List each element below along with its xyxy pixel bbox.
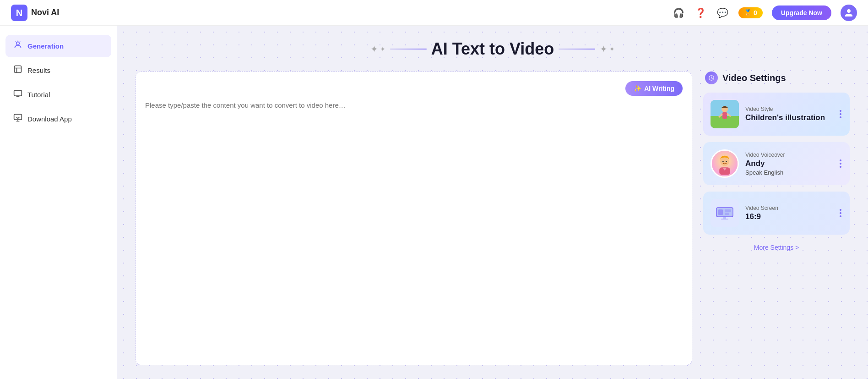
svg-rect-10: [722, 112, 727, 119]
title-line-right: [559, 49, 595, 49]
settings-title: Video Settings: [722, 73, 786, 83]
voice-avatar: [711, 149, 739, 178]
voiceover-label: Video Voiceover: [745, 152, 842, 158]
svg-rect-24: [721, 219, 728, 220]
download-icon: [13, 113, 23, 125]
voiceover-info: Video Voiceover Andy Speak English: [745, 152, 842, 176]
sparkle-icon: ✨: [634, 85, 641, 92]
settings-header: Video Settings: [703, 71, 850, 84]
svg-rect-3: [15, 66, 22, 73]
topbar: N Novi AI 🎧 ❓ 💬 🏅 0 Upgrade Now: [0, 0, 868, 26]
sidebar-label-generation: Generation: [27, 42, 64, 50]
screen-info: Video Screen 16:9: [745, 205, 842, 221]
content-area: ✦✦ AI Text to Video ✦✦ ✨ AI Writing: [117, 26, 868, 379]
three-dots-icon-2: [840, 159, 841, 168]
screen-value: 16:9: [745, 212, 842, 221]
sidebar-item-results[interactable]: Results: [5, 59, 111, 82]
headset-icon[interactable]: 🎧: [673, 6, 685, 19]
screen-more-button[interactable]: [838, 207, 843, 219]
sidebar: Generation Results Tutorial Download App: [0, 26, 117, 379]
settings-panel: Video Settings: [703, 71, 850, 365]
svg-rect-23: [723, 217, 726, 219]
svg-rect-22: [725, 213, 729, 215]
ai-writing-label: AI Writing: [644, 85, 674, 92]
topbar-right: 🎧 ❓ 💬 🏅 0 Upgrade Now: [673, 5, 857, 21]
sidebar-label-tutorial: Tutorial: [27, 91, 50, 99]
editor-row: ✨ AI Writing Video Settings: [136, 71, 850, 365]
sidebar-label-results: Results: [27, 66, 50, 74]
video-style-info: Video Style Children's illustration: [745, 106, 842, 122]
voiceover-sub: Speak English: [745, 169, 842, 176]
svg-rect-4: [14, 90, 22, 96]
sidebar-item-tutorial[interactable]: Tutorial: [5, 83, 111, 106]
svg-text:N: N: [16, 8, 22, 18]
video-voiceover-card[interactable]: Video Voiceover Andy Speak English: [703, 142, 850, 185]
video-style-more-button[interactable]: [838, 108, 843, 120]
results-icon: [13, 65, 23, 76]
sidebar-item-generation[interactable]: Generation: [5, 35, 111, 57]
video-style-value: Children's illustration: [745, 113, 842, 122]
svg-point-2: [16, 42, 20, 45]
svg-point-16: [720, 157, 729, 166]
page-title-row: ✦✦ AI Text to Video ✦✦: [136, 39, 850, 59]
logo-area: N Novi AI: [11, 5, 84, 21]
voiceover-more-button[interactable]: [838, 158, 843, 170]
video-style-card[interactable]: Video Style Children's illustration: [703, 93, 850, 136]
tutorial-icon: [13, 89, 23, 100]
title-line-left: [390, 49, 427, 49]
settings-header-icon: [705, 71, 718, 84]
logo-icon: N: [11, 5, 27, 21]
svg-rect-20: [718, 209, 723, 215]
screen-label: Video Screen: [745, 205, 842, 211]
generation-icon: [13, 40, 23, 52]
text-editor-panel: ✨ AI Writing: [136, 71, 692, 365]
app-name: Novi AI: [31, 8, 59, 17]
ai-writing-button[interactable]: ✨ AI Writing: [625, 81, 683, 96]
chat-icon[interactable]: 💬: [716, 6, 729, 19]
help-icon[interactable]: ❓: [694, 6, 707, 19]
sidebar-item-download[interactable]: Download App: [5, 108, 111, 130]
main-layout: Generation Results Tutorial Download App…: [0, 26, 868, 379]
svg-point-18: [726, 161, 727, 162]
three-dots-icon-3: [840, 209, 841, 217]
page-title: AI Text to Video: [431, 39, 554, 59]
upgrade-button[interactable]: Upgrade Now: [772, 5, 831, 20]
title-decor-right: ✦✦: [600, 44, 615, 55]
video-style-thumb: [711, 100, 739, 128]
more-settings-link[interactable]: More Settings >: [703, 244, 850, 251]
video-screen-card[interactable]: Video Screen 16:9: [703, 192, 850, 235]
coins-badge[interactable]: 🏅 0: [738, 7, 763, 18]
sidebar-label-download: Download App: [27, 115, 72, 123]
coins-count: 0: [754, 9, 757, 16]
three-dots-icon: [840, 110, 841, 118]
video-style-label: Video Style: [745, 106, 842, 112]
coin-emoji: 🏅: [744, 9, 752, 16]
content-textarea[interactable]: [145, 101, 683, 356]
title-decor-left: ✦✦: [370, 44, 385, 55]
svg-rect-21: [725, 209, 731, 212]
avatar[interactable]: [841, 5, 857, 21]
voiceover-value: Andy: [745, 159, 842, 168]
editor-toolbar: ✨ AI Writing: [145, 81, 683, 96]
svg-point-17: [722, 161, 724, 162]
screen-thumb: [711, 199, 739, 227]
